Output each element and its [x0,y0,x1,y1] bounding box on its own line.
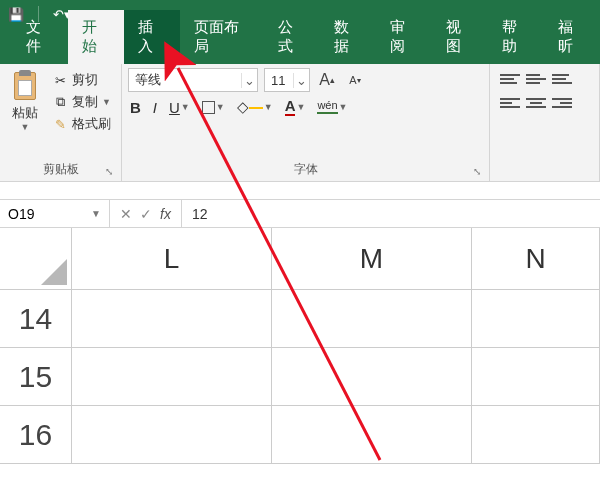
font-size-combo[interactable]: 11 ⌄ [264,68,310,92]
formula-bar: O19 ▼ ✕ ✓ fx 12 [0,200,600,228]
cell[interactable] [472,348,600,406]
bold-button[interactable]: B [128,97,143,118]
column-header[interactable]: L [72,228,272,290]
tab-view[interactable]: 视图 [432,10,488,64]
font-name-combo[interactable]: 等线 ⌄ [128,68,258,92]
tab-home[interactable]: 开始 [68,10,124,64]
align-bottom-icon[interactable] [552,70,572,88]
column-headers: L M N [0,228,600,290]
tab-review[interactable]: 审阅 [376,10,432,64]
tab-file[interactable]: 文件 [12,10,68,64]
tab-page-layout[interactable]: 页面布局 [180,10,264,64]
copy-button[interactable]: ⧉ 复制 ▼ [48,92,115,112]
chevron-down-icon: ⌄ [293,73,309,88]
scissors-icon: ✂ [52,72,68,88]
tab-help[interactable]: 帮助 [488,10,544,64]
brush-icon: ✎ [52,116,68,132]
cut-label: 剪切 [72,71,98,89]
align-middle-icon[interactable] [526,70,546,88]
decrease-font-icon[interactable]: A▾ [344,69,366,91]
tab-data[interactable]: 数据 [320,10,376,64]
align-left-icon[interactable] [500,94,520,112]
align-top-icon[interactable] [500,70,520,88]
dialog-launcher-icon[interactable]: ⤡ [105,166,113,177]
grid-row: 14 [0,290,600,348]
cell[interactable] [472,290,600,348]
chevron-down-icon: ▼ [91,208,101,219]
cancel-icon[interactable]: ✕ [120,206,132,222]
fx-icon[interactable]: fx [160,206,171,222]
group-label-font: 字体 ⤡ [128,158,483,181]
group-font: 等线 ⌄ 11 ⌄ A▴ A▾ B I U▼ ▼ ◇▼ A▼ wén▼ [122,64,490,181]
dialog-launcher-icon[interactable]: ⤡ [473,166,481,177]
font-color-button[interactable]: A▼ [283,96,308,118]
align-center-icon[interactable] [526,94,546,112]
cell[interactable] [72,406,272,464]
grid-row: 15 [0,348,600,406]
tab-formulas[interactable]: 公式 [264,10,320,64]
cell[interactable] [72,348,272,406]
fill-color-button[interactable]: ◇▼ [235,96,275,118]
cell[interactable] [272,290,472,348]
paste-icon [10,70,40,102]
copy-icon: ⧉ [52,94,68,110]
paste-label: 粘贴 [12,104,38,122]
ribbon: 粘贴 ▼ ✂ 剪切 ⧉ 复制 ▼ ✎ 格式刷 剪贴板 [0,64,600,182]
tab-insert[interactable]: 插入 [124,10,180,64]
increase-font-icon[interactable]: A▴ [316,69,338,91]
ribbon-tabs: 文件 开始 插入 页面布局 公式 数据 审阅 视图 帮助 福昕 [0,28,600,64]
name-box[interactable]: O19 ▼ [0,200,110,227]
chevron-down-icon: ▼ [102,97,111,107]
cell[interactable] [72,290,272,348]
select-all-corner[interactable] [0,228,72,290]
cell[interactable] [472,406,600,464]
row-header[interactable]: 14 [0,290,72,348]
borders-button[interactable]: ▼ [200,99,227,116]
grid-row: 16 [0,406,600,464]
group-label-clipboard: 剪贴板 ⤡ [6,158,115,181]
underline-button[interactable]: U▼ [167,97,192,118]
italic-button[interactable]: I [151,97,159,118]
chevron-down-icon: ⌄ [241,73,257,88]
group-alignment [490,64,600,181]
format-painter-label: 格式刷 [72,115,111,133]
worksheet-grid[interactable]: L M N 14 15 16 [0,228,600,464]
formula-input[interactable]: 12 [182,206,600,222]
cut-button[interactable]: ✂ 剪切 [48,70,115,90]
cell[interactable] [272,348,472,406]
chevron-down-icon[interactable]: ▼ [21,122,30,132]
group-clipboard: 粘贴 ▼ ✂ 剪切 ⧉ 复制 ▼ ✎ 格式刷 剪贴板 [0,64,122,181]
group-label-align [496,161,593,181]
enter-icon[interactable]: ✓ [140,206,152,222]
font-name-value: 等线 [129,71,241,89]
cell[interactable] [272,406,472,464]
spacer [0,182,600,200]
font-size-value: 11 [265,73,293,88]
format-painter-button[interactable]: ✎ 格式刷 [48,114,115,134]
row-header[interactable]: 15 [0,348,72,406]
cell-reference: O19 [8,206,34,222]
align-right-icon[interactable] [552,94,572,112]
paste-button[interactable]: 粘贴 ▼ [6,68,44,158]
row-header[interactable]: 16 [0,406,72,464]
column-header[interactable]: N [472,228,600,290]
column-header[interactable]: M [272,228,472,290]
tab-foxit[interactable]: 福昕 [544,10,600,64]
bucket-icon: ◇ [237,98,249,116]
phonetic-button[interactable]: wén▼ [315,98,349,116]
copy-label: 复制 [72,93,98,111]
